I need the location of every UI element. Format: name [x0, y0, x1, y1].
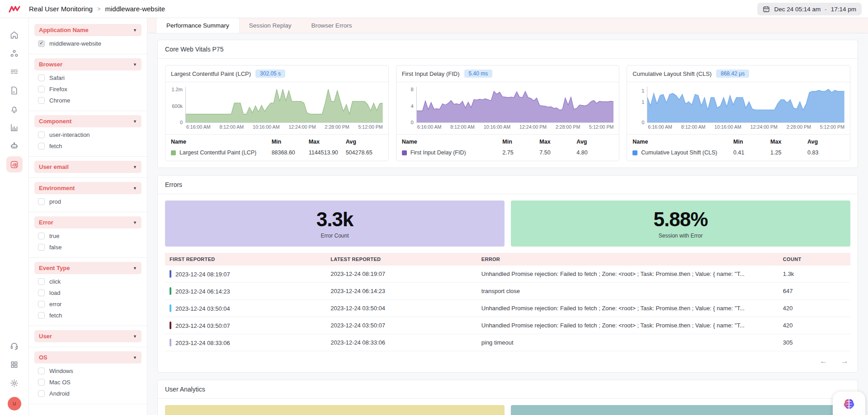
filter-header[interactable]: Error▼ [34, 216, 142, 228]
errors-pagination: ← → [158, 351, 858, 372]
checkbox-unchecked[interactable] [38, 131, 45, 138]
vital-card-2: Cumulative Layout Shift (CLS)868.42 µs11… [627, 65, 850, 161]
checkbox-unchecked[interactable] [38, 312, 45, 319]
checkbox-unchecked[interactable] [38, 390, 45, 397]
rum-icon-active[interactable] [6, 156, 23, 173]
filter-header[interactable]: User▼ [34, 330, 142, 342]
chevron-down-icon: ▼ [133, 355, 137, 360]
stat-value: 3.3k [316, 208, 354, 231]
ai-assistant-button[interactable] [833, 392, 865, 415]
vital-summary-table: NameMinMaxAvgLargest Contentful Paint (L… [165, 134, 388, 161]
infrastructure-icon[interactable] [6, 45, 23, 61]
alerts-bell-icon[interactable] [6, 101, 23, 117]
checkbox-unchecked[interactable] [38, 368, 45, 374]
dashboards-chart-icon[interactable] [6, 119, 23, 135]
y-tick-label: 600k [172, 103, 183, 109]
filter-section-browser: Browser▼SafariFirefoxChrome [29, 54, 147, 111]
x-tick-label: 6:16:00 AM [417, 124, 442, 130]
filter-options: WindowsMac OSAndroid [34, 364, 142, 399]
filter-option-fetch[interactable]: fetch [35, 310, 141, 321]
filter-header[interactable]: Environment▼ [34, 182, 142, 194]
filter-option-middleware-website[interactable]: middleware-website [35, 38, 141, 49]
filter-header[interactable]: Component▼ [34, 115, 142, 127]
filter-option-label: Firefox [49, 86, 67, 93]
x-tick-label: 12:24:00 PM [750, 124, 778, 130]
checkbox-unchecked[interactable] [38, 198, 45, 205]
filter-option-click[interactable]: click [35, 276, 141, 287]
error-table-row[interactable]: 2023-12-24 08:33:062023-12-24 08:33:06pi… [165, 334, 850, 351]
checkbox-unchecked[interactable] [38, 278, 45, 285]
checkbox-unchecked[interactable] [38, 379, 45, 386]
filter-header[interactable]: OS▼ [34, 351, 142, 364]
error-table-row[interactable]: 2023-12-24 03:50:042023-12-24 03:50:04Un… [165, 300, 850, 317]
checkbox-unchecked[interactable] [38, 233, 45, 239]
y-tick-label: 1 [642, 88, 644, 93]
vital-title: Cumulative Layout Shift (CLS) [632, 70, 712, 77]
metric-max: 1144513.90 [309, 149, 346, 156]
row-color-bar [170, 287, 171, 295]
filter-header[interactable]: Browser▼ [34, 58, 142, 70]
chevron-down-icon: ▼ [133, 165, 137, 169]
metric-min: 88368.60 [272, 149, 309, 156]
filter-option-Firefox[interactable]: Firefox [35, 84, 141, 95]
col-header: Max [309, 139, 346, 145]
checkbox-unchecked[interactable] [38, 301, 45, 308]
filter-option-label: fetch [49, 143, 62, 149]
filter-option-false[interactable]: false [35, 242, 141, 253]
filter-option-Android[interactable]: Android [35, 388, 141, 399]
tab-session-replay[interactable]: Session Replay [239, 18, 302, 33]
next-page-icon[interactable]: → [841, 357, 849, 366]
filter-option-Windows[interactable]: Windows [35, 365, 141, 377]
filter-option-load[interactable]: load [35, 287, 141, 298]
filter-option-error[interactable]: error [35, 298, 141, 310]
vital-title: Largest Contentful Paint (LCP) [171, 70, 251, 77]
filter-option-fetch[interactable]: fetch [35, 140, 141, 152]
date-range-picker[interactable]: Dec 24 05:14 am - 17:14 pm [757, 3, 862, 15]
filter-option-label: click [49, 278, 61, 285]
col-header-name: Name [171, 139, 272, 145]
filter-header[interactable]: Event Type▼ [34, 262, 142, 274]
user-avatar[interactable] [8, 397, 21, 410]
filter-header[interactable]: Application Name▼ [34, 24, 142, 36]
checkbox-unchecked[interactable] [38, 97, 45, 104]
checkbox-unchecked[interactable] [38, 86, 45, 93]
filter-title: OS [39, 354, 47, 361]
checkbox-unchecked[interactable] [38, 75, 45, 81]
apps-grid-icon[interactable] [6, 356, 23, 373]
document-icon[interactable] [6, 82, 23, 98]
filter-option-Mac OS[interactable]: Mac OS [35, 377, 141, 388]
bot-icon[interactable] [6, 138, 23, 154]
checkbox-unchecked[interactable] [38, 289, 45, 296]
checkbox-unchecked[interactable] [38, 143, 45, 149]
filter-header[interactable]: User email▼ [34, 161, 142, 173]
tab-browser-errors[interactable]: Browser Errors [302, 18, 362, 33]
error-table-row[interactable]: 2023-12-24 06:14:232023-12-24 06:14:23tr… [165, 283, 850, 300]
logs-icon[interactable] [6, 64, 23, 80]
settings-gear-icon[interactable] [6, 375, 23, 391]
error-table-row[interactable]: 2023-12-24 08:19:072023-12-24 08:19:07Un… [165, 266, 850, 283]
breadcrumb-root[interactable]: Real User Monitoring [29, 5, 93, 13]
filter-option-label: Mac OS [49, 379, 71, 386]
x-tick-label: 10:16:00 AM [714, 124, 741, 130]
checkbox-checked[interactable] [38, 40, 45, 47]
legend-swatch [632, 150, 637, 155]
prev-page-icon[interactable]: ← [820, 357, 827, 366]
filter-option-Chrome[interactable]: Chrome [35, 95, 141, 106]
home-icon[interactable] [6, 27, 23, 43]
filter-option-true[interactable]: true [35, 230, 141, 242]
checkbox-unchecked[interactable] [38, 244, 45, 251]
filter-option-prod[interactable]: prod [35, 196, 141, 207]
error-table-row[interactable]: 2023-12-24 03:50:072023-12-24 03:50:07Un… [165, 317, 850, 334]
support-headset-icon[interactable] [6, 338, 23, 354]
filter-option-Safari[interactable]: Safari [35, 72, 141, 84]
filter-option-user-interaction[interactable]: user-interaction [35, 129, 141, 140]
filter-title: Environment [39, 185, 75, 191]
filter-option-label: error [49, 301, 61, 308]
y-tick-label: 8 [411, 87, 414, 92]
errors-col-header: FIRST REPORTED [165, 253, 326, 266]
tab-performance-summary[interactable]: Performance Summary [156, 18, 239, 33]
main-scroll-area[interactable]: Core Web Vitals P75 Largest Contentful P… [147, 33, 868, 415]
filter-section-error: Error▼truefalse [29, 212, 147, 258]
middleware-logo-icon[interactable] [0, 5, 29, 13]
y-tick-label: 1.2m [172, 87, 183, 92]
